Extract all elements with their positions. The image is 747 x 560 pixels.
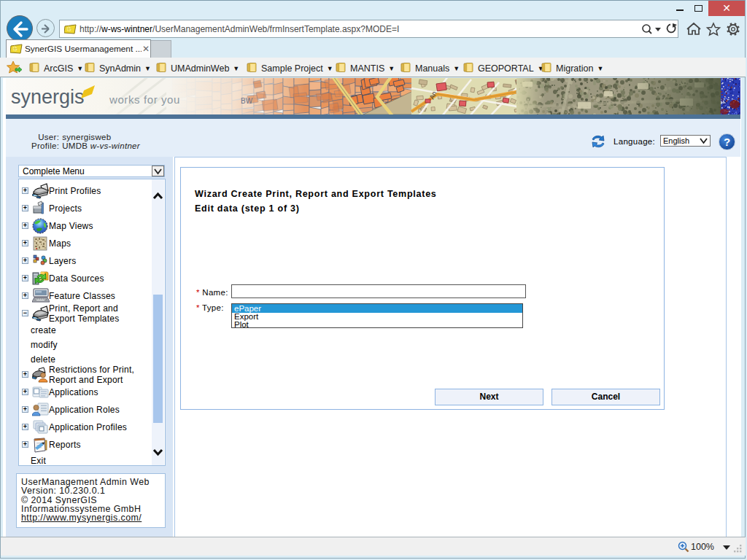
svg-text:BW: BW (241, 97, 253, 105)
svg-text:synergis: synergis (11, 86, 85, 108)
svg-text:works for you: works for you (109, 93, 180, 106)
